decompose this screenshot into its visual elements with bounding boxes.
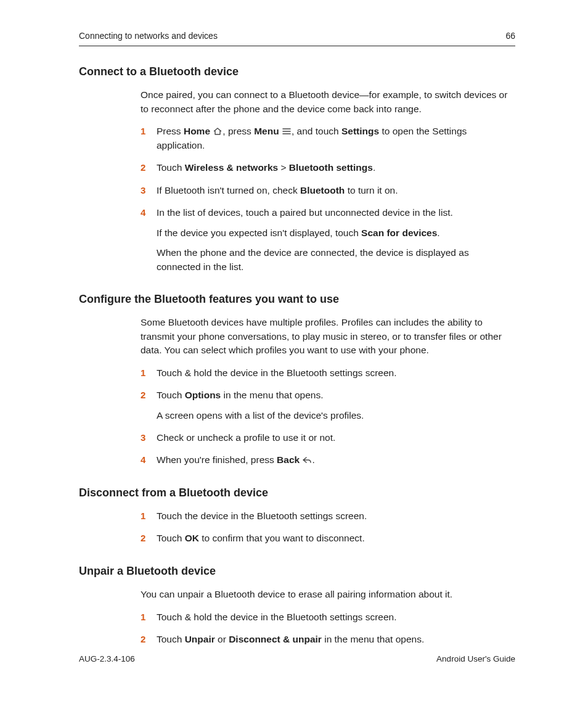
step-item: 1 Touch & hold the device in the Bluetoo…: [141, 610, 515, 624]
step-text: Touch & hold the device in the Bluetooth…: [157, 366, 515, 380]
section-body-connect: Once paired, you can connect to a Blueto…: [141, 88, 515, 274]
steps-list-disconnect: 1 Touch the device in the Bluetooth sett…: [141, 509, 515, 546]
step-number: 1: [141, 125, 145, 138]
step-text: Touch Wireless & networks > Bluetooth se…: [157, 161, 515, 174]
step-text: When the phone and the device are connec…: [157, 246, 515, 274]
steps-list-configure: 1 Touch & hold the device in the Bluetoo…: [141, 366, 515, 467]
step-item: 2 Touch Wireless & networks > Bluetooth …: [141, 161, 515, 174]
step-item: 1 Touch the device in the Bluetooth sett…: [141, 509, 515, 523]
step-number: 4: [141, 206, 145, 220]
section-title-configure: Configure the Bluetooth features you wan…: [79, 291, 515, 307]
step-number: 2: [141, 633, 145, 646]
step-number: 3: [141, 431, 145, 445]
step-item: 3 Check or uncheck a profile to use it o…: [141, 431, 515, 445]
guide-name: Android User's Guide: [436, 653, 515, 665]
back-icon: [302, 454, 312, 463]
step-text: In the list of devices, touch a paired b…: [157, 206, 515, 220]
menu-icon: [282, 126, 292, 134]
step-item: 2 Touch OK to confirm that you want to d…: [141, 532, 515, 545]
step-item: 1 Press Home , press Menu , and touch Se…: [141, 125, 515, 152]
step-number: 2: [141, 161, 145, 174]
step-number: 1: [141, 366, 145, 380]
section-body-unpair: You can unpair a Bluetooth device to era…: [141, 588, 515, 646]
step-item: 2 Touch Options in the menu that opens. …: [141, 388, 515, 422]
step-number: 4: [141, 453, 145, 467]
chapter-title: Connecting to networks and devices: [79, 30, 218, 42]
step-number: 2: [141, 532, 145, 545]
step-text: Check or uncheck a profile to use it or …: [157, 431, 515, 445]
section-title-unpair: Unpair a Bluetooth device: [79, 563, 515, 579]
step-subtext: A screen opens with a list of the device…: [157, 409, 515, 422]
step-text: Touch Options in the menu that opens.: [157, 388, 515, 402]
home-icon: [213, 126, 223, 134]
step-item: 4 In the list of devices, touch a paired…: [141, 206, 515, 274]
document-page: Connecting to networks and devices 66 Co…: [0, 0, 588, 706]
step-text: When you're finished, press Back .: [157, 453, 515, 467]
step-text: If Bluetooth isn't turned on, check Blue…: [157, 184, 515, 197]
section-body-disconnect: 1 Touch the device in the Bluetooth sett…: [141, 509, 515, 546]
step-number: 1: [141, 610, 145, 624]
section-title-disconnect: Disconnect from a Bluetooth device: [79, 485, 515, 501]
step-number: 1: [141, 509, 145, 523]
steps-list-connect: 1 Press Home , press Menu , and touch Se…: [141, 125, 515, 274]
step-item: 2 Touch Unpair or Disconnect & unpair in…: [141, 633, 515, 646]
step-text: Press Home , press Menu , and touch Sett…: [157, 125, 515, 152]
step-number: 2: [141, 388, 145, 402]
step-text: Touch OK to confirm that you want to dis…: [157, 532, 515, 545]
page-header: Connecting to networks and devices 66: [79, 30, 515, 46]
intro-para: Some Bluetooth devices have multiple pro…: [141, 316, 515, 357]
page-footer: AUG-2.3.4-106 Android User's Guide: [79, 653, 515, 665]
step-text: Touch Unpair or Disconnect & unpair in t…: [157, 633, 515, 646]
section-body-configure: Some Bluetooth devices have multiple pro…: [141, 316, 515, 467]
intro-para: You can unpair a Bluetooth device to era…: [141, 588, 515, 601]
step-text: Touch & hold the device in the Bluetooth…: [157, 610, 515, 624]
step-item: 3 If Bluetooth isn't turned on, check Bl…: [141, 184, 515, 197]
section-title-connect: Connect to a Bluetooth device: [79, 64, 515, 80]
step-text: Touch the device in the Bluetooth settin…: [157, 509, 515, 523]
doc-id: AUG-2.3.4-106: [79, 653, 135, 665]
intro-para: Once paired, you can connect to a Blueto…: [141, 88, 515, 116]
page-number: 66: [505, 30, 515, 42]
step-number: 3: [141, 184, 145, 197]
step-item: 4 When you're finished, press Back .: [141, 453, 515, 467]
steps-list-unpair: 1 Touch & hold the device in the Bluetoo…: [141, 610, 515, 647]
step-text: If the device you expected isn't display…: [157, 226, 515, 240]
step-item: 1 Touch & hold the device in the Bluetoo…: [141, 366, 515, 380]
